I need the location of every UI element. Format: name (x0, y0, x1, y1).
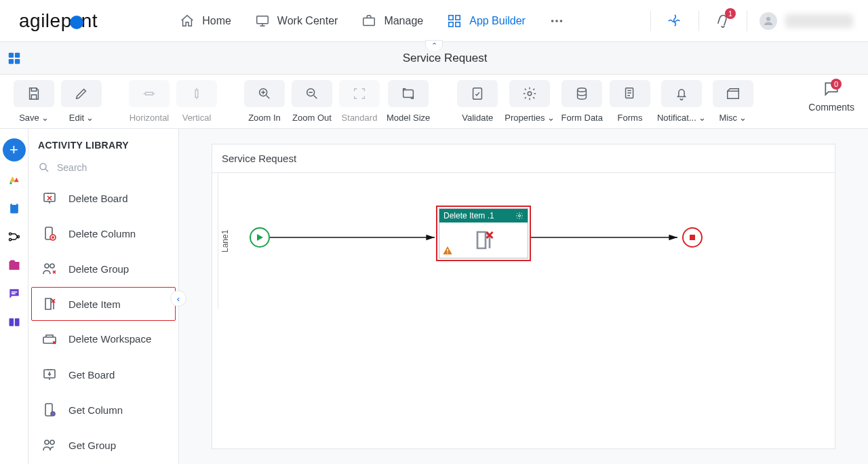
chevron-down-icon: ⌄ (86, 113, 94, 123)
expand-up-icon[interactable]: ⌃ (425, 40, 443, 51)
rail-clipboard-icon[interactable] (4, 198, 24, 218)
nav-app-builder[interactable]: App Builder (446, 13, 526, 29)
activity-delete-board[interactable]: Delete Board (31, 181, 176, 215)
vertical-button[interactable]: Vertical (176, 80, 217, 123)
svg-rect-14 (146, 92, 153, 95)
svg-point-9 (766, 17, 770, 21)
title-bar: ⌃ Service Request (0, 42, 868, 75)
activity-library-panel: ACTIVITY LIBRARY Search Delete Board Del… (28, 129, 179, 464)
collapse-panel-button[interactable]: ‹ (170, 290, 186, 307)
canvas-activity-card[interactable]: Delete Item .1 (436, 206, 531, 261)
save-button[interactable]: Save⌄ (14, 80, 54, 123)
svg-rect-19 (473, 88, 482, 100)
search-icon (38, 161, 50, 174)
avatar[interactable] (760, 12, 777, 30)
svg-point-21 (578, 88, 587, 92)
standard-button[interactable]: Standard (339, 80, 380, 123)
search-field[interactable]: Search (28, 157, 178, 180)
svg-rect-18 (403, 90, 414, 98)
briefcase-icon (361, 13, 377, 29)
item-x-icon (40, 294, 59, 313)
ribbon: Save⌄ Edit⌄ Horizontal Vertical Zoom In … (0, 75, 868, 129)
activity-delete-group[interactable]: Delete Group (31, 252, 176, 286)
nav-manage[interactable]: Manage (361, 13, 423, 29)
svg-rect-4 (449, 22, 453, 26)
user-name-hidden (785, 14, 853, 28)
svg-point-37 (45, 264, 49, 268)
activity-delete-item[interactable]: Delete Item (31, 287, 176, 321)
chevron-down-icon: ⌄ (739, 113, 747, 123)
gear-icon[interactable] (515, 212, 524, 220)
nav-app-builder-label: App Builder (469, 15, 526, 27)
svg-rect-30 (11, 293, 15, 294)
workspace-x-icon (40, 330, 59, 349)
edit-button[interactable]: Edit⌄ (61, 80, 102, 123)
rail-folder-icon[interactable] (4, 255, 24, 275)
svg-rect-13 (15, 58, 20, 63)
top-nav: agilepnt Home Work Center Manage App Bui… (0, 0, 868, 42)
canvas-body[interactable]: Lane1 (212, 173, 835, 309)
misc-button[interactable]: Misc⌄ (713, 80, 753, 123)
svg-rect-24 (10, 204, 18, 213)
svg-rect-31 (9, 318, 14, 326)
activity-get-column[interactable]: Get Column (31, 393, 176, 427)
nav-more[interactable] (549, 13, 565, 29)
search-placeholder: Search (57, 162, 87, 173)
lane-label: Lane1 (218, 173, 231, 309)
rail-chat-icon[interactable] (4, 284, 24, 304)
svg-rect-1 (363, 18, 375, 25)
activity-card-title: Delete Item .1 (443, 211, 494, 220)
rail-columns-icon[interactable] (4, 312, 24, 332)
canvas-title: Service Request (212, 144, 835, 173)
properties-button[interactable]: Properties⌄ (505, 80, 554, 123)
zoom-out-button[interactable]: Zoom Out (292, 80, 332, 123)
canvas[interactable]: Service Request Lane1 (212, 144, 835, 449)
svg-point-44 (50, 440, 54, 444)
svg-point-20 (528, 92, 532, 96)
group-icon (40, 436, 59, 455)
zoom-in-button[interactable]: Zoom In (244, 80, 285, 123)
apps-icon[interactable] (7, 51, 22, 66)
form-data-button[interactable]: Form Data (561, 80, 603, 123)
notifications-button[interactable]: Notificat...⌄ (657, 80, 706, 123)
board-down-icon (40, 365, 59, 384)
comments-button[interactable]: 0 Comments (808, 80, 854, 113)
spinner-icon[interactable] (663, 9, 686, 33)
svg-rect-3 (456, 15, 460, 19)
svg-point-8 (560, 20, 563, 22)
monitor-icon (254, 13, 271, 29)
svg-point-27 (9, 239, 11, 241)
horizontal-button[interactable]: Horizontal (129, 80, 170, 123)
svg-point-33 (40, 163, 46, 170)
group-x-icon (40, 259, 59, 278)
nav-manage-label: Manage (384, 15, 423, 27)
nav-work-center[interactable]: Work Center (254, 13, 338, 29)
validate-button[interactable]: Validate (457, 80, 498, 123)
svg-rect-10 (9, 52, 14, 57)
workspace: + ACTIVITY LIBRARY Search Delete Board D… (0, 129, 868, 464)
svg-point-6 (551, 20, 554, 22)
column-x-icon (40, 224, 59, 243)
svg-point-26 (9, 233, 11, 235)
nav-home[interactable]: Home (179, 13, 231, 29)
activity-delete-column[interactable]: Delete Column (31, 216, 176, 250)
svg-point-23 (9, 182, 12, 184)
warning-icon (442, 245, 453, 256)
rail-colors-icon[interactable] (4, 170, 24, 190)
rail-flow-icon[interactable] (4, 227, 24, 247)
svg-rect-2 (449, 15, 453, 19)
svg-rect-32 (14, 318, 19, 326)
column-dot-icon (40, 400, 59, 419)
activity-delete-workspace[interactable]: Delete Workspace (31, 322, 176, 356)
add-button[interactable]: + (3, 138, 26, 161)
chevron-down-icon: ⌄ (41, 113, 49, 123)
flow-diagram (231, 173, 835, 309)
forms-button[interactable]: Forms (610, 80, 650, 123)
activity-get-group[interactable]: Get Group (31, 428, 176, 462)
notifications-icon[interactable]: 1 (711, 9, 734, 33)
notif-badge: 1 (725, 8, 736, 19)
model-size-button[interactable]: Model Size (387, 80, 430, 123)
svg-rect-5 (456, 22, 460, 26)
activity-get-board[interactable]: Get Board (31, 357, 176, 391)
svg-rect-12 (9, 58, 14, 63)
